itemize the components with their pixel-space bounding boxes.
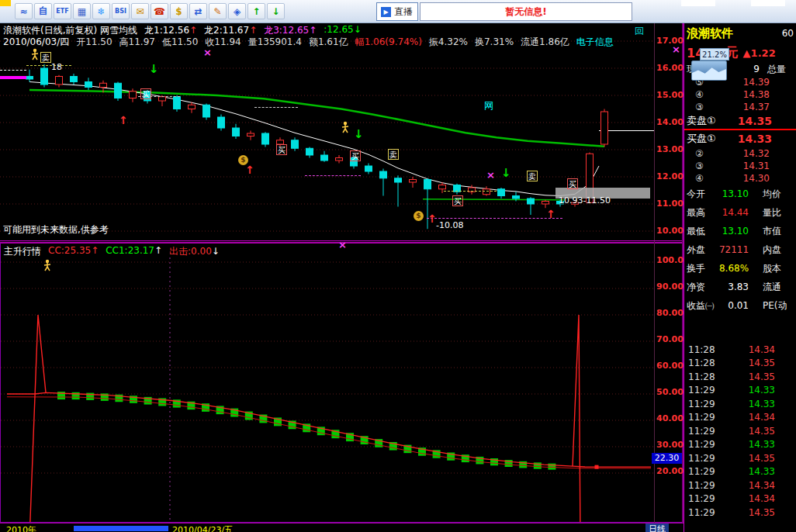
mini-chart-chip xyxy=(691,60,727,81)
etf-icon[interactable]: ETF xyxy=(54,3,71,19)
message-box: 暂无信息! xyxy=(420,2,632,21)
level-number: ③ xyxy=(695,161,712,171)
level-number: ④ xyxy=(695,173,712,184)
trend-arrow-icon: ↑ xyxy=(91,245,99,256)
up-arrow-icon[interactable]: ↑ xyxy=(247,3,265,19)
axis-separator xyxy=(654,23,655,523)
mini-window-icon[interactable]: 回 xyxy=(635,26,644,36)
tick-time: 11:29 xyxy=(688,466,722,477)
header-token: CC1:23.17 ↑ xyxy=(106,245,162,258)
sub-chart-header: 主升行情CC:25.35 ↑CC1:23.17 ↑出击:0.00 ↓ xyxy=(4,245,220,258)
self-select-icon[interactable]: 自 xyxy=(34,3,52,19)
tick-row: 11:2914.34 xyxy=(684,492,796,506)
window-control-fragment xyxy=(681,0,715,6)
info-label: 最低 xyxy=(687,225,719,238)
tick-time: 11:29 xyxy=(688,453,722,464)
buy1-label: 买盘① xyxy=(687,132,716,146)
mail-icon[interactable]: ✉ xyxy=(131,3,149,19)
price-change: ▲1.22 xyxy=(743,47,776,59)
info-label: 外盘 xyxy=(687,244,719,257)
level-price: 14.31 xyxy=(712,161,796,171)
info-value: 13.10 xyxy=(719,226,763,237)
info-label: 最高 xyxy=(687,206,719,219)
info-label: 净资 xyxy=(687,281,719,294)
tick-row: 11:2914.35 xyxy=(684,506,796,520)
tick-row: 11:2914.35 xyxy=(684,451,796,465)
quote-info-row: 外盘72111内盘 xyxy=(684,240,796,259)
sell-levels: ⑤14.39④14.38③14.37 xyxy=(684,76,796,113)
tick-row: 11:2914.35 xyxy=(684,424,796,438)
sell1-row: 卖盘① 14.35 xyxy=(684,113,796,130)
snow-icon[interactable]: ❄ xyxy=(92,3,110,19)
quote-info-row: 收益㈠0.01PE(动 xyxy=(684,296,796,315)
tick-time: 11:29 xyxy=(688,385,722,396)
edit-icon[interactable]: ✎ xyxy=(209,3,227,19)
tick-time: 11:29 xyxy=(688,426,722,437)
live-tab[interactable]: ▶ 直播 xyxy=(376,2,418,21)
tick-price: 14.33 xyxy=(722,399,792,409)
quote-info-row: 今开13.10均价 xyxy=(684,185,796,203)
quote-info-row: 最高14.44量比 xyxy=(684,203,796,222)
header-token: 额1.61亿 xyxy=(309,36,348,49)
transfer-icon[interactable]: ⇄ xyxy=(189,3,207,19)
header-token: 流通1.86亿 xyxy=(521,36,569,49)
tick-time: 11:28 xyxy=(688,344,722,355)
chart-info-row: 2010/06/03/四开11.50高11.97低11.50收11.94量135… xyxy=(3,36,614,49)
tick-row: 11:2814.35 xyxy=(684,357,796,371)
sell1-price: 14.35 xyxy=(716,115,794,127)
down-arrow-icon[interactable]: ↓ xyxy=(267,3,285,19)
money-icon[interactable]: $ xyxy=(170,3,188,19)
tick-row: 11:2914.33 xyxy=(684,384,796,398)
tick-price: 14.34 xyxy=(722,493,792,504)
indicator-canvas[interactable] xyxy=(1,244,682,522)
toolbar: ≈自ETF▦❄BSI✉☎$⇄✎◈↑↓ ▶ 直播 暂无信息! xyxy=(0,0,796,23)
info-value: 13.10 xyxy=(719,188,763,199)
info-label: 收益㈠ xyxy=(687,299,719,313)
sell-level-row: ③14.37 xyxy=(684,101,796,113)
sell1-label: 卖盘① xyxy=(687,114,716,128)
info-label: 今开 xyxy=(687,188,719,201)
header-token: 高11.97 xyxy=(119,36,155,49)
info-label-right: PE(动 xyxy=(763,299,794,313)
header-token: 幅1.06(9.74%) xyxy=(355,36,422,49)
axis-year-label: 2010年 xyxy=(6,524,36,532)
tick-time: 11:29 xyxy=(688,439,722,450)
buy-levels: ②14.32③14.31④14.30 xyxy=(684,147,796,185)
header-token: CC:25.35 ↑ xyxy=(48,245,99,258)
info-label-right: 均价 xyxy=(763,188,794,201)
period-button[interactable]: 日线 xyxy=(645,523,669,532)
header-token: 量135901.4 xyxy=(248,36,302,49)
header-token: 低11.50 xyxy=(162,36,198,49)
trend-arrow-icon: ↓ xyxy=(212,246,220,257)
tick-row: 11:2814.34 xyxy=(684,343,796,357)
info-value: 0.01 xyxy=(719,300,763,311)
tick-price: 14.35 xyxy=(722,453,792,464)
header-token: 出击:0.00 ↓ xyxy=(169,245,220,258)
sector-link[interactable]: 电子信息 xyxy=(576,36,614,49)
buy-level-row: ④14.30 xyxy=(684,172,796,185)
navigate-icon[interactable]: ◈ xyxy=(228,3,246,19)
info-label-right: 量比 xyxy=(763,206,794,219)
sub-indicator-chart[interactable]: 主升行情CC:25.35 ↑CC1:23.17 ↑出击:0.00 ↓ xyxy=(0,242,683,523)
message-text: 暂无信息! xyxy=(505,5,546,19)
level-price: 14.32 xyxy=(712,148,796,159)
percent-badge: 21.2% xyxy=(700,48,729,60)
trend-arrow-icon: ↑ xyxy=(309,25,317,36)
bar-chart-icon[interactable]: ▦ xyxy=(73,3,91,19)
bsi-icon[interactable]: BSI xyxy=(112,3,130,19)
stock-name: 浪潮软件 xyxy=(687,26,733,41)
stock-code: 60 xyxy=(782,28,794,39)
trend-arrow-icon: ↑ xyxy=(154,245,162,256)
level-price: 14.38 xyxy=(712,89,796,100)
horizontal-scrollbar[interactable] xyxy=(74,526,168,531)
header-token: 振4.32% xyxy=(429,36,468,49)
level-number: ④ xyxy=(695,89,712,100)
header-token: 开11.50 xyxy=(76,36,112,49)
kline-canvas[interactable] xyxy=(0,23,683,242)
zongliang-label: 总量 xyxy=(767,63,794,76)
info-value: 3.83 xyxy=(719,282,763,292)
main-kline-chart[interactable]: 浪潮软件(日线,前复权) 网雪均线龙1:12.56 ↑龙2:11.67 ↑龙3:… xyxy=(0,23,683,242)
level-price: 14.30 xyxy=(712,173,796,184)
line-chart-icon[interactable]: ≈ xyxy=(15,3,33,19)
phone-icon[interactable]: ☎ xyxy=(151,3,168,19)
